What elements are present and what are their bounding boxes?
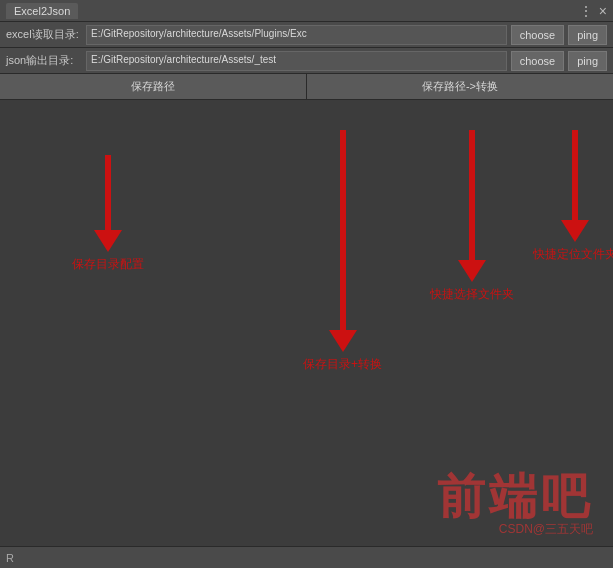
- excel-label: excel读取目录:: [6, 27, 86, 42]
- arrow-shaft-quick-select: [469, 130, 475, 260]
- arrow-head-save-convert: [329, 330, 357, 352]
- label-quick-locate: 快捷定位文件夹: [533, 246, 613, 263]
- excel-path: E:/GitRepository/architecture/Assets/Plu…: [86, 25, 507, 45]
- arrow-head-quick-locate: [561, 220, 589, 242]
- json-label: json输出目录:: [6, 53, 86, 68]
- close-icon[interactable]: ×: [599, 3, 607, 19]
- save-path-convert-button[interactable]: 保存路径->转换: [307, 74, 613, 99]
- title-bar-icons: ⋮ ×: [579, 3, 607, 19]
- json-choose-button[interactable]: choose: [511, 51, 564, 71]
- excel-row: excel读取目录: E:/GitRepository/architecture…: [0, 22, 613, 48]
- annotation-quick-locate: 快捷定位文件夹: [533, 130, 613, 263]
- title-bar: Excel2Json ⋮ ×: [0, 0, 613, 22]
- button-row: 保存路径 保存路径->转换: [0, 74, 613, 100]
- arrow-shaft-save-config: [105, 155, 111, 230]
- label-save-config: 保存目录配置: [72, 256, 144, 273]
- main-area: 保存目录配置 保存目录+转换 快捷选择文件夹 快捷定位文件夹 前端吧 CSDN@…: [0, 100, 613, 568]
- watermark-main: 前端吧: [437, 473, 593, 521]
- save-path-convert-label: 保存路径->转换: [422, 79, 498, 94]
- annotation-save-config: 保存目录配置: [72, 155, 144, 273]
- save-path-button[interactable]: 保存路径: [0, 74, 307, 99]
- save-path-label: 保存路径: [131, 79, 175, 94]
- arrow-shaft-save-convert: [340, 130, 346, 330]
- arrow-shaft-quick-locate: [572, 130, 578, 220]
- more-icon[interactable]: ⋮: [579, 3, 593, 19]
- title-tab[interactable]: Excel2Json: [6, 3, 78, 19]
- watermark: 前端吧 CSDN@三五天吧: [437, 473, 593, 538]
- arrow-head-save-config: [94, 230, 122, 252]
- label-quick-select: 快捷选择文件夹: [430, 286, 514, 303]
- watermark-sub: CSDN@三五天吧: [437, 521, 593, 538]
- annotation-save-convert: 保存目录+转换: [303, 130, 382, 373]
- label-save-convert: 保存目录+转换: [303, 356, 382, 373]
- arrow-head-quick-select: [458, 260, 486, 282]
- title-bar-left: Excel2Json: [6, 3, 78, 19]
- json-path: E:/GitRepository/architecture/Assets/_te…: [86, 51, 507, 71]
- bottom-bar: R: [0, 546, 613, 568]
- excel-ping-button[interactable]: ping: [568, 25, 607, 45]
- excel-choose-button[interactable]: choose: [511, 25, 564, 45]
- json-ping-button[interactable]: ping: [568, 51, 607, 71]
- json-row: json输出目录: E:/GitRepository/architecture/…: [0, 48, 613, 74]
- annotation-quick-select: 快捷选择文件夹: [430, 130, 514, 303]
- bottom-label: R: [6, 552, 14, 564]
